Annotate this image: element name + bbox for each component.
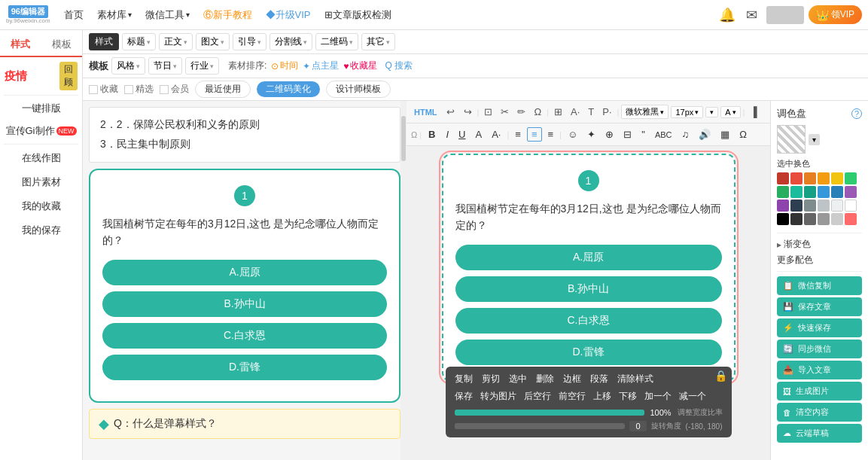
editor-option-b[interactable]: B.孙中山 xyxy=(455,276,722,302)
toolbar-fontsize-select[interactable]: 17px▾ xyxy=(671,106,703,118)
toolbar2-remove-btn[interactable]: ⊟ xyxy=(620,128,635,141)
style-other-select[interactable]: 其它▾ xyxy=(361,33,395,50)
toolbar2-bgcolor-btn[interactable]: A· xyxy=(488,128,504,141)
color-swatch[interactable] xyxy=(790,186,803,198)
toolbar2-bold-btn[interactable]: B xyxy=(424,127,440,142)
toolbar-font-icon[interactable]: A· xyxy=(568,105,583,118)
toolbar-doc-icon[interactable]: ⊡ xyxy=(481,105,495,118)
nav-user-avatar[interactable] xyxy=(766,6,804,24)
filter-qrcode-btn[interactable]: 二维码美化 xyxy=(257,81,320,97)
toolbar-format-select[interactable]: ▾ xyxy=(705,107,718,117)
editor-option-c[interactable]: C.白求恩 xyxy=(455,308,722,334)
toolbar2-music-btn[interactable]: ♫ xyxy=(678,128,693,141)
style-text-select[interactable]: 正文▾ xyxy=(159,33,193,50)
gradient-btn[interactable]: ▸ 渐变色 xyxy=(777,236,862,252)
editor-option-a[interactable]: A.屈原 xyxy=(455,245,722,270)
ctx-remove-one[interactable]: 减一个 xyxy=(679,390,706,403)
nav-home[interactable]: 首页 xyxy=(58,0,90,30)
toolbar2-special-btn[interactable]: Ω xyxy=(736,128,751,141)
quiz-option-d[interactable]: D.雷锋 xyxy=(102,355,387,380)
toolbar2-insert-btn[interactable]: ⊕ xyxy=(602,128,617,141)
toolbar2-audio-btn[interactable]: 🔊 xyxy=(695,128,714,141)
toolbar2-fontcolor-btn[interactable]: A xyxy=(472,128,486,141)
sidebar-shoucang-btn[interactable]: 我的收藏 xyxy=(0,194,82,218)
toolbar-cut-icon[interactable]: ✂ xyxy=(498,105,512,118)
filter-shoucang[interactable]: 收藏 xyxy=(89,83,118,96)
color-swatch[interactable] xyxy=(777,172,789,184)
toolbar-redo-btn[interactable]: ↪ xyxy=(461,105,475,118)
toolbar-para-icon[interactable]: P· xyxy=(599,105,614,118)
color-swatch[interactable] xyxy=(790,172,803,184)
action-wechat-copy-btn[interactable]: 📋 微信复制 xyxy=(777,276,862,295)
ctx-move-up[interactable]: 上移 xyxy=(593,390,611,403)
ctx-border[interactable]: 边框 xyxy=(563,373,581,385)
nav-assets[interactable]: 素材库▾ xyxy=(91,0,138,30)
outline-item-1[interactable]: 2．2．保障公民权利和义务的原则 xyxy=(100,115,389,135)
sidebar-template-tab[interactable]: 模板 xyxy=(41,33,83,56)
filter-designer-btn[interactable]: 设计师模板 xyxy=(326,81,391,98)
style-figure-select[interactable]: 图文▾ xyxy=(196,33,230,50)
toolbar-text-icon[interactable]: T xyxy=(585,105,597,118)
toolbar-highlight-icon[interactable]: ▐ xyxy=(747,105,760,118)
filter-jingxuan[interactable]: 精选 xyxy=(124,83,154,96)
color-swatch[interactable] xyxy=(804,172,816,184)
tmpl-sort-star[interactable]: ✦ 点主星 xyxy=(303,59,339,72)
action-save-article-btn[interactable]: 💾 保存文章 xyxy=(777,297,862,316)
ctx-cut[interactable]: 剪切 xyxy=(482,373,500,385)
ctx-copy[interactable]: 复制 xyxy=(455,373,473,385)
color-swatch[interactable] xyxy=(845,172,857,184)
color-swatch[interactable] xyxy=(790,213,803,225)
ctx-paragraph[interactable]: 段落 xyxy=(590,373,608,385)
sidebar-huijiao-btn[interactable]: 回顾 xyxy=(59,62,78,90)
tmpl-search-btn[interactable]: Q 搜索 xyxy=(385,59,413,72)
quiz-option-a[interactable]: A.屈原 xyxy=(102,260,387,285)
quiz-option-c[interactable]: C.白求恩 xyxy=(102,323,387,349)
sidebar-chuangi-btn[interactable]: 宣传Gi制作 NEW xyxy=(0,120,82,142)
color-swatch[interactable] xyxy=(818,186,830,198)
toolbar2-align-center-btn[interactable]: ≡ xyxy=(527,127,542,142)
ctx-save[interactable]: 保存 xyxy=(455,390,473,403)
color-swatch[interactable] xyxy=(777,186,789,198)
toolbar2-table-btn[interactable]: ▦ xyxy=(717,128,733,141)
color-swatch[interactable] xyxy=(845,186,857,198)
sidebar-tupian-btn[interactable]: 图片素材 xyxy=(0,170,82,194)
toolbar-omega-icon[interactable]: Ω xyxy=(531,105,544,118)
color-swatch[interactable] xyxy=(831,186,843,198)
ctx-select[interactable]: 选中 xyxy=(509,373,527,385)
toolbar2-italic-btn[interactable]: I xyxy=(442,128,452,141)
color-swatch[interactable] xyxy=(804,186,816,198)
color-swatch[interactable] xyxy=(777,213,789,225)
toolbar-undo-btn[interactable]: ↩ xyxy=(443,105,458,119)
action-quick-save-btn[interactable]: ⚡ 快速保存 xyxy=(777,318,862,337)
filter-recent-btn[interactable]: 最近使用 xyxy=(195,81,251,98)
ctx-rotate-value[interactable]: 0 xyxy=(629,421,646,431)
color-panel-help-btn[interactable]: ? xyxy=(851,108,862,119)
toolbar2-link-btn[interactable]: ✦ xyxy=(583,128,599,141)
editor-option-d[interactable]: D.雷锋 xyxy=(455,340,722,365)
color-swatch[interactable] xyxy=(790,200,803,212)
ctx-clear-style[interactable]: 清除样式 xyxy=(617,373,653,385)
color-swatch[interactable] xyxy=(831,172,843,184)
ctx-move-down[interactable]: 下移 xyxy=(619,390,637,403)
sidebar-outbreak-label[interactable]: 疫情 xyxy=(5,69,59,84)
action-cloud-btn[interactable]: ☁ 云端草稿 xyxy=(777,424,862,443)
nav-vip[interactable]: ◆升级VIP xyxy=(260,0,317,30)
action-generate-image-btn[interactable]: 🖼 生成图片 xyxy=(777,382,862,401)
toolbar2-underline-btn[interactable]: U xyxy=(455,128,469,141)
tmpl-sort-time[interactable]: ⊙ 时间 xyxy=(271,59,298,72)
color-swatch[interactable] xyxy=(818,200,830,212)
sidebar-zuotu-btn[interactable]: 在线作图 xyxy=(0,146,82,170)
sidebar-style-tab[interactable]: 样式 xyxy=(0,33,41,57)
tmpl-industry-select[interactable]: 行业▾ xyxy=(185,57,219,75)
ctx-to-image[interactable]: 转为图片 xyxy=(480,390,516,403)
ctx-add-one[interactable]: 加一个 xyxy=(644,390,672,403)
toolbar-edit-icon[interactable]: ✏ xyxy=(514,105,528,118)
color-swatch[interactable] xyxy=(845,213,857,225)
toolbar2-align-left-btn[interactable]: ≡ xyxy=(511,128,525,141)
color-swatch[interactable] xyxy=(804,200,816,212)
color-swatch[interactable] xyxy=(818,213,830,225)
more-colors-btn[interactable]: 更多配色 xyxy=(777,252,862,268)
nav-tutorial[interactable]: ⑥新手教程 xyxy=(197,0,258,30)
outline-item-2[interactable]: 3．民主集中制原则 xyxy=(100,135,389,154)
nav-copyright[interactable]: ⊞文章版权检测 xyxy=(318,0,397,30)
